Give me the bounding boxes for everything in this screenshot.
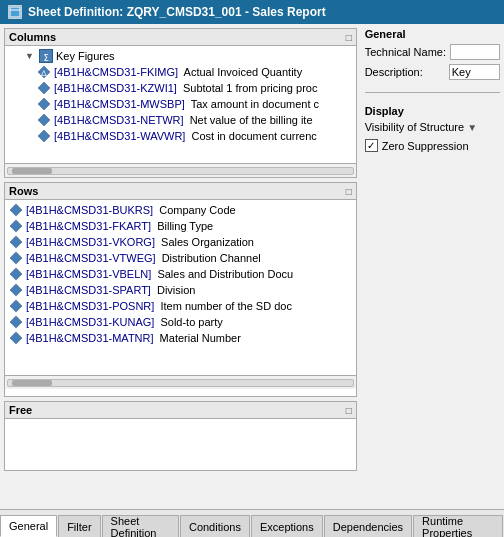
list-item[interactable]: [4B1H&CMSD31-VTWEG] Distribution Channel xyxy=(9,250,352,266)
keyfigures-icon: ∑ xyxy=(39,49,53,63)
tab-conditions[interactable]: Conditions xyxy=(180,515,250,537)
svg-marker-10 xyxy=(10,236,22,248)
list-item[interactable]: [4B1H&CMSD31-SPART] Division xyxy=(9,282,352,298)
svg-marker-12 xyxy=(10,268,22,280)
free-label: Free xyxy=(9,404,32,416)
technical-name-label: Technical Name: xyxy=(365,46,446,58)
svg-marker-7 xyxy=(38,130,50,142)
right-panel: General Technical Name: Description: Dis… xyxy=(361,24,504,509)
list-item[interactable]: [4B1H&CMSD31-KZWI1] Subtotal 1 from pric… xyxy=(9,80,352,96)
columns-label: Columns xyxy=(9,31,56,43)
field-icon xyxy=(9,267,23,281)
svg-marker-16 xyxy=(10,332,22,344)
visibility-label: Visibility of Structure xyxy=(365,121,464,133)
field-icon xyxy=(9,203,23,217)
field-icon xyxy=(9,283,23,297)
tab-general[interactable]: General xyxy=(0,515,57,537)
field-icon xyxy=(9,219,23,233)
display-title: Display xyxy=(365,105,500,117)
svg-marker-9 xyxy=(10,220,22,232)
title-bar: Sheet Definition: ZQRY_CMSD31_001 - Sale… xyxy=(0,0,504,24)
window-title: Sheet Definition: ZQRY_CMSD31_001 - Sale… xyxy=(28,5,326,19)
left-panel: Columns □ ▼ ∑ Key Figures △ xyxy=(0,24,361,509)
rows-tree-area: [4B1H&CMSD31-BUKRS] Company Code [4B1H&C… xyxy=(5,200,356,375)
free-collapse-icon[interactable]: □ xyxy=(346,405,352,416)
visibility-dropdown-indicator[interactable]: ▼ xyxy=(467,122,477,133)
field-icon xyxy=(9,331,23,345)
free-section: Free □ xyxy=(4,401,357,471)
list-item[interactable]: [4B1H&CMSD31-KUNAG] Sold-to party xyxy=(9,314,352,330)
columns-header: Columns □ xyxy=(5,29,356,46)
svg-marker-13 xyxy=(10,284,22,296)
list-item[interactable]: [4B1H&CMSD31-WAVWR] Cost in document cur… xyxy=(9,128,352,144)
list-item[interactable]: [4B1H&CMSD31-NETWR] Net value of the bil… xyxy=(9,112,352,128)
svg-marker-4 xyxy=(38,82,50,94)
keyfigures-label: Key Figures xyxy=(56,50,115,62)
list-item[interactable]: ▼ ∑ Key Figures xyxy=(9,48,352,64)
technical-name-row: Technical Name: xyxy=(365,44,500,60)
field-icon xyxy=(37,97,51,111)
field-icon xyxy=(9,235,23,249)
tab-filter[interactable]: Filter xyxy=(58,515,100,537)
svg-marker-15 xyxy=(10,316,22,328)
list-item[interactable]: [4B1H&CMSD31-POSNR] Item number of the S… xyxy=(9,298,352,314)
columns-scroll[interactable]: ▼ ∑ Key Figures △ [4B1H&CMSD31-FKIMG] Ac… xyxy=(5,46,356,163)
svg-marker-14 xyxy=(10,300,22,312)
expand-icon[interactable]: ▼ xyxy=(25,51,34,61)
svg-marker-6 xyxy=(38,114,50,126)
svg-marker-8 xyxy=(10,204,22,216)
rows-scroll-track[interactable] xyxy=(7,379,354,387)
rows-collapse-icon[interactable]: □ xyxy=(346,186,352,197)
tab-dependencies[interactable]: Dependencies xyxy=(324,515,412,537)
field-icon xyxy=(37,113,51,127)
list-item[interactable]: [4B1H&CMSD31-MWSBP] Tax amount in docume… xyxy=(9,96,352,112)
description-input[interactable] xyxy=(449,64,500,80)
rows-scroll-thumb[interactable] xyxy=(12,380,52,386)
columns-scrollbar-x[interactable] xyxy=(5,163,356,177)
zero-suppression-checkbox[interactable]: ✓ xyxy=(365,139,378,152)
field-icon xyxy=(37,81,51,95)
rows-header: Rows □ xyxy=(5,183,356,200)
divider xyxy=(365,92,500,93)
field-icon xyxy=(9,251,23,265)
list-item[interactable]: [4B1H&CMSD31-VBELN] Sales and Distributi… xyxy=(9,266,352,282)
free-header: Free □ xyxy=(5,402,356,419)
free-content xyxy=(5,419,356,470)
list-item[interactable]: [4B1H&CMSD31-BUKRS] Company Code xyxy=(9,202,352,218)
tab-sheet-definition[interactable]: Sheet Definition xyxy=(102,515,179,537)
description-label: Description: xyxy=(365,66,445,78)
tab-runtime-properties[interactable]: Runtime Properties xyxy=(413,515,503,537)
columns-tree-area: ▼ ∑ Key Figures △ [4B1H&CMSD31-FKIMG] Ac… xyxy=(5,46,356,163)
visibility-row: Visibility of Structure ▼ xyxy=(365,121,500,133)
rows-scrollbar-x[interactable] xyxy=(5,375,356,389)
columns-scroll-thumb[interactable] xyxy=(12,168,52,174)
columns-section: Columns □ ▼ ∑ Key Figures △ xyxy=(4,28,357,178)
list-item[interactable]: [4B1H&CMSD31-MATNR] Material Number xyxy=(9,330,352,346)
description-row: Description: xyxy=(365,64,500,80)
svg-rect-0 xyxy=(10,7,20,17)
window-icon xyxy=(8,5,22,19)
zero-suppression-label: Zero Suppression xyxy=(382,140,469,152)
display-section: Display Visibility of Structure ▼ ✓ Zero… xyxy=(365,105,500,152)
field-icon xyxy=(9,315,23,329)
field-icon xyxy=(9,299,23,313)
general-section: General Technical Name: Description: xyxy=(365,28,500,84)
svg-text:△: △ xyxy=(40,69,47,76)
technical-name-input[interactable] xyxy=(450,44,500,60)
rows-label: Rows xyxy=(9,185,38,197)
field-icon: △ xyxy=(37,65,51,79)
list-item[interactable]: [4B1H&CMSD31-VKORG] Sales Organization xyxy=(9,234,352,250)
field-icon xyxy=(37,129,51,143)
list-item[interactable]: [4B1H&CMSD31-FKART] Billing Type xyxy=(9,218,352,234)
general-title: General xyxy=(365,28,500,40)
svg-marker-11 xyxy=(10,252,22,264)
svg-marker-5 xyxy=(38,98,50,110)
tab-exceptions[interactable]: Exceptions xyxy=(251,515,323,537)
tab-bar: General Filter Sheet Definition Conditio… xyxy=(0,509,504,537)
columns-collapse-icon[interactable]: □ xyxy=(346,32,352,43)
rows-scroll[interactable]: [4B1H&CMSD31-BUKRS] Company Code [4B1H&C… xyxy=(5,200,356,375)
rows-section: Rows □ [4B1H&CMSD31-BUKRS] Company Code xyxy=(4,182,357,397)
zero-suppression-row: ✓ Zero Suppression xyxy=(365,139,500,152)
list-item[interactable]: △ [4B1H&CMSD31-FKIMG] Actual Invoiced Qu… xyxy=(9,64,352,80)
columns-scroll-track[interactable] xyxy=(7,167,354,175)
